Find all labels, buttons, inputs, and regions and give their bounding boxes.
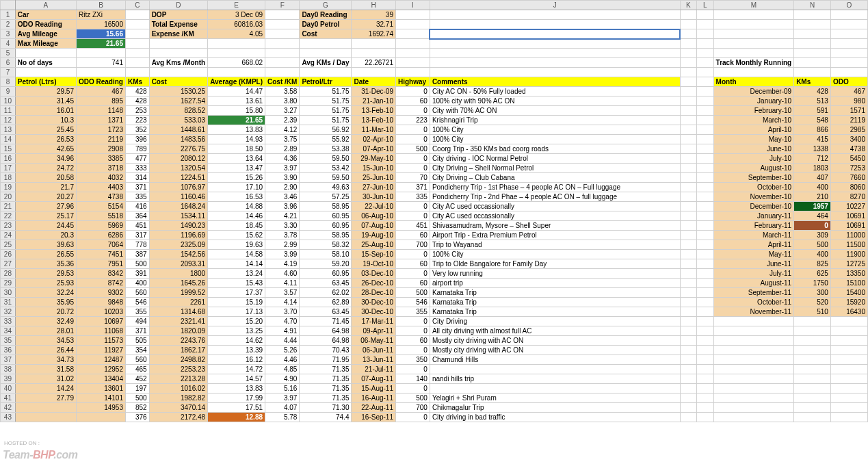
cell-41-E[interactable]: 17.99 [208, 394, 265, 403]
cell-20-M[interactable]: November-10 [713, 192, 794, 202]
cell-21-N[interactable]: 1957 [794, 202, 831, 211]
cell-40-D[interactable]: 1016.02 [149, 384, 208, 394]
cell-18-N[interactable]: 407 [794, 173, 831, 183]
cell-4-H[interactable] [352, 39, 396, 49]
cell-40-B[interactable]: 13601 [76, 384, 125, 394]
cell-18-K[interactable] [680, 173, 696, 183]
cell-6-I[interactable] [395, 58, 430, 68]
cell-5-G[interactable] [300, 49, 352, 58]
cell-30-F[interactable]: 3.57 [265, 288, 300, 298]
cell-24-N[interactable]: 309 [794, 231, 831, 240]
cell-25-K[interactable] [680, 240, 696, 250]
cell-22-M[interactable]: January-11 [713, 211, 794, 221]
cell-29-K[interactable] [680, 279, 696, 288]
cell-3-K[interactable] [680, 29, 696, 39]
cell-5-O[interactable] [830, 49, 867, 58]
row-hdr[interactable]: 8 [1, 77, 16, 87]
cell-7-A[interactable] [15, 68, 76, 77]
cell-16-C[interactable]: 477 [125, 154, 149, 164]
cell-42-C[interactable]: 852 [125, 403, 149, 413]
cell-19-F[interactable]: 2.90 [265, 183, 300, 192]
cell-28-B[interactable]: 8342 [76, 269, 125, 279]
cell-35-B[interactable]: 11573 [76, 336, 125, 346]
cell-11-A[interactable]: 16.01 [15, 106, 76, 116]
cell-8-O[interactable]: ODO [830, 77, 867, 87]
cell-21-E[interactable]: 14.88 [208, 202, 265, 211]
cell-13-D[interactable]: 1448.61 [149, 125, 208, 135]
cell-31-B[interactable]: 9848 [76, 298, 125, 307]
cell-15-M[interactable]: June-10 [713, 144, 794, 154]
cell-39-I[interactable]: 140 [395, 374, 430, 384]
row-hdr[interactable]: 36 [1, 346, 16, 355]
cell-11-H[interactable]: 13-Feb-10 [352, 106, 396, 116]
cell-4-F[interactable] [265, 39, 300, 49]
cell-16-B[interactable]: 3385 [76, 154, 125, 164]
cell-7-K[interactable] [680, 68, 696, 77]
cell-12-I[interactable]: 223 [395, 116, 430, 125]
col-hdr-E[interactable]: E [208, 1, 265, 10]
row-hdr[interactable]: 41 [1, 394, 16, 403]
cell-33-K[interactable] [680, 317, 696, 326]
row-hdr[interactable]: 35 [1, 336, 16, 346]
cell-7-E[interactable] [208, 68, 265, 77]
cell-9-G[interactable]: 51.75 [300, 87, 352, 96]
cell-39-C[interactable]: 452 [125, 374, 149, 384]
cell-32-F[interactable]: 3.70 [265, 307, 300, 317]
cell-42-N[interactable] [794, 403, 831, 413]
row-hdr[interactable]: 25 [1, 240, 16, 250]
row-hdr[interactable]: 38 [1, 365, 16, 374]
row-hdr[interactable]: 18 [1, 173, 16, 183]
cell-38-I[interactable]: 0 [395, 365, 430, 374]
cell-34-E[interactable]: 13.25 [208, 326, 265, 336]
cell-9-A[interactable]: 29.57 [15, 87, 76, 96]
cell-32-G[interactable]: 63.45 [300, 307, 352, 317]
cell-4-A[interactable]: Max Mileage [15, 39, 76, 49]
cell-17-H[interactable]: 15-Jun-10 [352, 164, 396, 173]
cell-5-M[interactable] [713, 49, 794, 58]
cell-35-O[interactable] [830, 336, 867, 346]
cell-10-K[interactable] [680, 96, 696, 106]
cell-5-D[interactable] [149, 49, 208, 58]
cell-27-B[interactable]: 7951 [76, 259, 125, 269]
cell-43-M[interactable] [713, 413, 794, 422]
cell-19-J[interactable]: Pondicherry Trip - 1st Phase – 4 people … [430, 183, 680, 192]
cell-40-F[interactable]: 5.16 [265, 384, 300, 394]
cell-16-G[interactable]: 59.50 [300, 154, 352, 164]
cell-31-I[interactable]: 546 [395, 298, 430, 307]
cell-19-K[interactable] [680, 183, 696, 192]
col-hdr-[interactable] [1, 1, 16, 10]
cell-19-B[interactable]: 4403 [76, 183, 125, 192]
row-hdr[interactable]: 11 [1, 106, 16, 116]
cell-10-L[interactable] [697, 96, 713, 106]
row-hdr[interactable]: 28 [1, 269, 16, 279]
cell-41-F[interactable]: 3.97 [265, 394, 300, 403]
cell-23-A[interactable]: 24.45 [15, 221, 76, 231]
cell-1-F[interactable] [265, 10, 300, 20]
cell-36-A[interactable]: 26.44 [15, 346, 76, 355]
cell-14-I[interactable]: 0 [395, 135, 430, 144]
cell-5-H[interactable] [352, 49, 396, 58]
cell-24-O[interactable]: 11000 [830, 231, 867, 240]
cell-21-B[interactable]: 5154 [76, 202, 125, 211]
cell-20-N[interactable]: 210 [794, 192, 831, 202]
cell-33-O[interactable] [830, 317, 867, 326]
cell-7-M[interactable] [713, 68, 794, 77]
cell-18-A[interactable]: 20.58 [15, 173, 76, 183]
cell-36-B[interactable]: 11927 [76, 346, 125, 355]
cell-4-J[interactable] [430, 39, 680, 49]
cell-15-C[interactable]: 789 [125, 144, 149, 154]
cell-34-F[interactable]: 4.91 [265, 326, 300, 336]
cell-35-K[interactable] [680, 336, 696, 346]
row-hdr[interactable]: 32 [1, 307, 16, 317]
cell-34-K[interactable] [680, 326, 696, 336]
cell-4-E[interactable] [208, 39, 265, 49]
cell-14-G[interactable]: 55.92 [300, 135, 352, 144]
cell-26-E[interactable]: 14.58 [208, 250, 265, 259]
cell-33-G[interactable]: 71.45 [300, 317, 352, 326]
cell-37-F[interactable]: 4.46 [265, 355, 300, 365]
cell-27-E[interactable]: 14.14 [208, 259, 265, 269]
cell-17-N[interactable]: 1803 [794, 164, 831, 173]
cell-11-G[interactable]: 51.75 [300, 106, 352, 116]
cell-17-F[interactable]: 3.97 [265, 164, 300, 173]
cell-34-O[interactable] [830, 326, 867, 336]
